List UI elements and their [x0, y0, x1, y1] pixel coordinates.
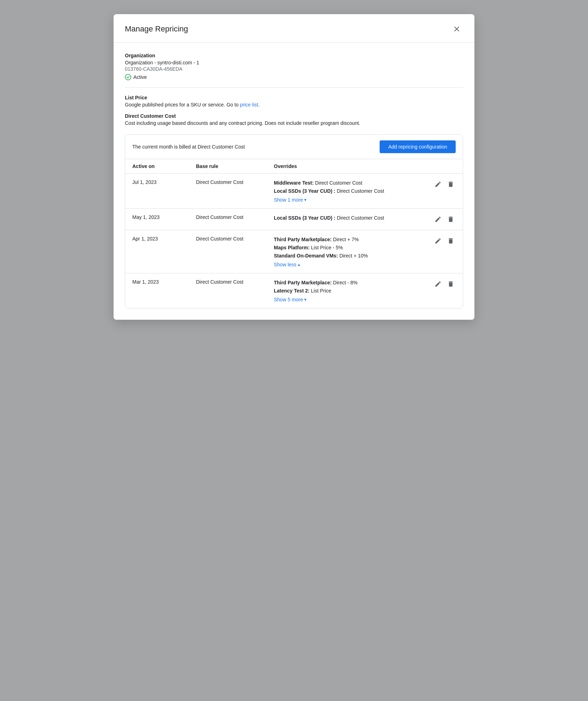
edit-icon [434, 237, 442, 244]
base-rule-cell: Direct Customer Cost [196, 179, 274, 185]
config-box: The current month is billed at Direct Cu… [125, 134, 463, 308]
org-name: Organization - syntro-disti.com - 1 [125, 60, 463, 65]
show-less-button[interactable]: Show less ▴ [274, 260, 300, 267]
org-label: Organization [125, 53, 463, 58]
active-on-cell: Apr 1, 2023 [132, 236, 196, 242]
delete-icon [447, 237, 454, 244]
active-on-cell: Jul 1, 2023 [132, 179, 196, 185]
price-list-link[interactable]: price list [240, 102, 258, 108]
delete-button[interactable] [446, 279, 456, 289]
override-line: Local SSDs (3 Year CUD) : Direct Custome… [274, 187, 425, 195]
override-line: Latency Test 2: List Price [274, 287, 425, 295]
table-row: Apr 1, 2023 Direct Customer Cost Third P… [125, 230, 463, 273]
active-on-cell: Mar 1, 2023 [132, 279, 196, 285]
modal-header: Manage Repricing [114, 14, 474, 43]
header-base-rule: Base rule [196, 163, 274, 169]
actions-cell [427, 236, 456, 246]
chevron-down-icon: ▾ [304, 297, 306, 302]
org-id: 013760-CA30DA-456EDA [125, 66, 463, 72]
list-price-desc-suffix: . [258, 102, 260, 108]
override-line: Standard On-Demand VMs: Direct + 10% [274, 252, 425, 260]
header-overrides: Overrides [274, 163, 427, 169]
config-banner-text: The current month is billed at Direct Cu… [132, 144, 245, 150]
edit-button[interactable] [433, 236, 443, 246]
org-status-badge: Active [125, 74, 463, 80]
list-price-desc-text: Google published prices for a SKU or ser… [125, 102, 240, 108]
table-row: May 1, 2023 Direct Customer Cost Local S… [125, 209, 463, 230]
base-rule-cell: Direct Customer Cost [196, 279, 274, 285]
chevron-up-icon: ▴ [298, 262, 300, 267]
add-repricing-config-button[interactable]: Add repricing configuration [380, 140, 456, 153]
edit-button[interactable] [433, 214, 443, 224]
svg-point-0 [125, 74, 131, 80]
edit-button[interactable] [433, 179, 443, 189]
override-line: Middleware Test: Direct Customer Cost [274, 179, 425, 187]
actions-cell [427, 279, 456, 289]
show-5-more-button[interactable]: Show 5 more ▾ [274, 295, 306, 302]
active-on-cell: May 1, 2023 [132, 214, 196, 220]
show-more-button[interactable]: Show 1 more ▾ [274, 196, 306, 203]
edit-icon [434, 181, 442, 188]
delete-icon [447, 181, 454, 188]
delete-icon [447, 216, 454, 223]
override-line: Maps Platform: List Price - 5% [274, 244, 425, 251]
config-banner: The current month is billed at Direct Cu… [125, 135, 463, 159]
table-row: Jul 1, 2023 Direct Customer Cost Middlew… [125, 174, 463, 209]
actions-cell [427, 214, 456, 224]
modal: Manage Repricing Organization Organizati… [114, 14, 474, 320]
org-status-text: Active [133, 74, 147, 80]
override-line: Third Party Marketplace: Direct + 7% [274, 236, 425, 243]
table-header: Active on Base rule Overrides [125, 159, 463, 174]
delete-button[interactable] [446, 179, 456, 189]
header-active-on: Active on [132, 163, 196, 169]
overrides-cell: Middleware Test: Direct Customer Cost Lo… [274, 179, 427, 203]
overrides-cell: Third Party Marketplace: Direct - 8% Lat… [274, 279, 427, 302]
section-divider-1 [125, 87, 463, 88]
header-actions [427, 163, 456, 169]
delete-button[interactable] [446, 236, 456, 246]
close-button[interactable] [450, 23, 463, 35]
modal-title: Manage Repricing [125, 24, 188, 34]
edit-icon [434, 280, 442, 288]
edit-button[interactable] [433, 279, 443, 289]
override-line: Third Party Marketplace: Direct - 8% [274, 279, 425, 286]
chevron-down-icon: ▾ [304, 197, 306, 202]
base-rule-cell: Direct Customer Cost [196, 236, 274, 242]
delete-button[interactable] [446, 214, 456, 224]
table-row: Mar 1, 2023 Direct Customer Cost Third P… [125, 273, 463, 308]
direct-cost-section: Direct Customer Cost Cost including usag… [125, 113, 463, 126]
active-check-icon [125, 74, 131, 80]
modal-body: Organization Organization - syntro-disti… [114, 43, 474, 320]
direct-cost-label: Direct Customer Cost [125, 113, 463, 119]
edit-icon [434, 216, 442, 223]
list-price-desc: Google published prices for a SKU or ser… [125, 102, 463, 108]
base-rule-cell: Direct Customer Cost [196, 214, 274, 220]
override-line: Local SSDs (3 Year CUD) : Direct Custome… [274, 214, 425, 222]
direct-cost-desc: Cost including usage based discounts and… [125, 120, 463, 126]
close-icon [452, 25, 461, 33]
org-section: Organization Organization - syntro-disti… [125, 53, 463, 80]
delete-icon [447, 280, 454, 288]
list-price-label: List Price [125, 95, 463, 100]
actions-cell [427, 179, 456, 189]
overrides-cell: Third Party Marketplace: Direct + 7% Map… [274, 236, 427, 267]
overrides-cell: Local SSDs (3 Year CUD) : Direct Custome… [274, 214, 427, 222]
modal-backdrop: Manage Repricing Organization Organizati… [0, 0, 588, 701]
list-price-section: List Price Google published prices for a… [125, 95, 463, 108]
